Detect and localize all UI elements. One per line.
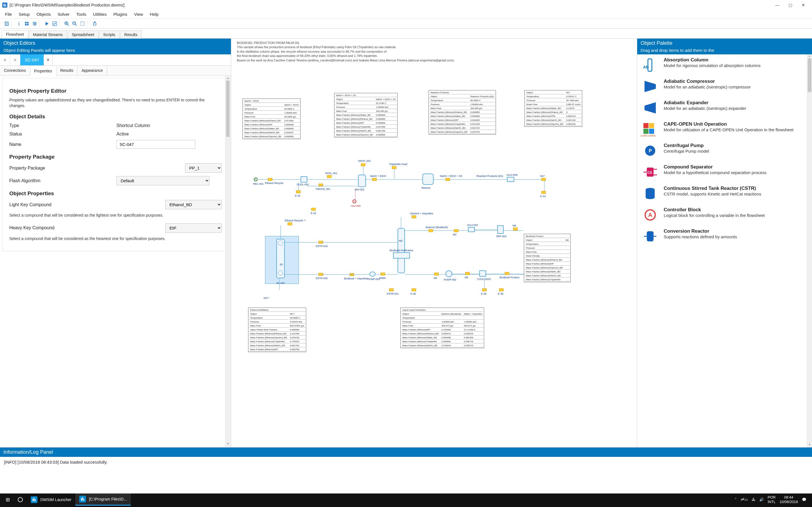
subtab-results[interactable]: Results [56,66,78,75]
palette-item-adiabatic-compressor[interactable]: Adiabatic CompressorModel for an adiabat… [637,76,806,97]
svg-rect-39 [33,498,33,501]
menu-view[interactable]: View [131,11,146,18]
cape-open-icon: CAPE-OPEN [641,121,660,137]
menu-tools[interactable]: Tools [73,11,90,18]
window-title: [C:\Program Files\DWSIM5\samples\Biodies… [10,3,771,7]
palette-item-centrifugal-pump[interactable]: P Centrifugal PumpCentrifugal Pump model [637,140,806,161]
taskbar-app-current[interactable]: [C:\Program Files\D... [75,494,131,506]
menu-setup[interactable]: Setup [15,11,33,18]
left-panel-scrollbar[interactable]: ▴ ▾ [225,76,231,446]
light-key-select[interactable]: Ethanol_BD [165,200,221,209]
tray-notifications-icon[interactable]: 💬 [802,497,806,502]
flowsheet-canvas-panel: BIODIESEL PRODUCTION FROM PALM OIL This … [231,39,637,447]
palette-item-cstr[interactable]: Continuous Stirred Tank Reactor (CSTR)CS… [637,183,806,204]
subtab-connections[interactable]: Connections [0,66,30,75]
tab-flowsheet[interactable]: Flowsheet [2,30,28,39]
start-button[interactable]: ⊞ [2,494,14,506]
nav-forward-button[interactable]: > [10,54,20,65]
grid-icon[interactable] [24,21,30,26]
tab-results[interactable]: Results [120,31,142,39]
light-key-label: Light Key Compound [9,202,116,207]
svg-rect-44 [84,499,84,501]
tray-language[interactable]: POR INTL [768,495,776,504]
svg-rect-1 [4,3,5,6]
menu-utilities[interactable]: Utilities [90,11,110,18]
nav-back-button[interactable]: < [0,54,10,65]
object-editors-header: Object Editors Object Editing Panels wil… [0,39,231,54]
cstr-icon [641,186,660,202]
heavy-key-select[interactable]: EtP [165,223,221,233]
system-tray[interactable]: ˄ 🗲▭ 🖧 🔊 POR INTL 08:44 10/08/2018 💬 [731,495,810,504]
taskbar-app-launcher[interactable]: DWSIM Launcher [27,494,75,506]
menu-help[interactable]: Help [147,11,162,18]
debug-icon[interactable] [92,21,98,26]
controller-block-icon: A [641,207,660,223]
menu-file[interactable]: File [2,11,15,18]
tray-chevron-up-icon[interactable]: ˄ [735,497,737,502]
palette-list[interactable]: AB Absorption ColumnModel for rigorous s… [637,54,812,447]
pkg-select[interactable]: PP_1 [185,163,221,173]
svg-point-11 [34,22,35,23]
zoom-in-icon[interactable] [64,21,70,26]
info-log-title: Information/Log Panel [0,448,812,457]
maximize-button[interactable]: ▢ [784,1,797,10]
play-icon[interactable] [44,21,50,26]
status-value: Active [116,131,129,136]
zoom-fit-icon[interactable] [80,21,86,26]
flash-select[interactable]: Default [116,176,209,185]
editor-sub-tabs: Connections Properties Results Appearanc… [0,66,231,76]
palette-item-conversion-reactor[interactable]: Conversion ReactorSupports reactions def… [637,226,806,247]
zoom-out-icon[interactable] [72,21,78,26]
minimize-button[interactable]: — [771,1,784,10]
save-icon[interactable] [4,21,10,26]
close-button[interactable]: ✕ [797,1,810,10]
svg-rect-6 [18,23,19,25]
tray-battery-icon[interactable]: 🗲▭ [741,497,748,502]
tray-network-icon[interactable]: 🖧 [752,497,755,502]
property-editor-hint: Property values are updated/stored as th… [9,98,221,108]
menu-objects[interactable]: Objects [33,11,54,18]
menu-solver[interactable]: Solver [54,11,73,18]
tray-clock[interactable]: 08:44 10/08/2018 [779,495,798,504]
svg-text:A: A [648,212,652,218]
info-icon[interactable] [16,21,22,26]
toolbar [0,18,812,29]
heavy-key-label: Heavy Key Compound [9,225,116,230]
log-line: [INFO] [10/08/2018 08:43:03] Data loaded… [4,460,808,464]
palette-item-absorption-column[interactable]: AB Absorption ColumnModel for rigorous s… [637,54,806,76]
name-input[interactable] [116,140,195,149]
svg-rect-38 [647,231,654,241]
svg-rect-42 [81,498,82,501]
svg-point-13 [34,24,35,25]
current-object-tab[interactable]: SC-047 [20,54,44,65]
cortana-button[interactable] [14,494,27,506]
palette-scrollbar[interactable]: ▴ ▾ [807,54,812,447]
type-value: Shortcut Column [116,123,150,128]
property-package-heading: Property Package [9,154,221,160]
object-editors-panel: Object Editors Object Editing Panels wil… [0,39,231,447]
subtab-appearance[interactable]: Appearance [78,66,107,75]
palette-item-compound-separator[interactable]: CS Compound SeparatorModel for a hypothe… [637,161,806,183]
subtab-properties[interactable]: Properties [30,66,56,76]
palette-item-adiabatic-expander[interactable]: Adiabatic ExpanderModel for an adiabatic… [637,97,806,119]
svg-rect-41 [35,499,36,501]
svg-rect-4 [6,24,8,25]
sliders-icon[interactable] [32,21,38,26]
check-icon[interactable] [52,21,57,26]
menu-plugins[interactable]: Plugins [110,11,131,18]
svg-rect-25 [649,123,654,128]
object-palette-panel: Object Palette Drag and drop items to ad… [637,39,812,447]
svg-rect-2 [5,5,6,6]
svg-rect-27 [649,129,654,134]
svg-rect-40 [34,498,35,501]
close-object-tab-button[interactable]: ✕ [44,54,53,65]
flowsheet-canvas[interactable]: NaOH + EtOHObjectNaOH + EtOHTemperature2… [231,65,637,447]
tray-volume-icon[interactable]: 🔊 [759,497,764,502]
svg-point-35 [646,196,655,199]
tab-material-streams[interactable]: Material Streams [29,31,67,39]
palette-item-controller-block[interactable]: A Controller BlockLogical block for cont… [637,204,806,226]
svg-rect-24 [644,123,649,128]
tab-scripts[interactable]: Scripts [99,31,119,39]
palette-item-cape-open[interactable]: CAPE-OPEN CAPE-OPEN Unit OperationModel … [637,119,806,140]
tab-spreadsheet[interactable]: Spreadsheet [68,31,98,39]
